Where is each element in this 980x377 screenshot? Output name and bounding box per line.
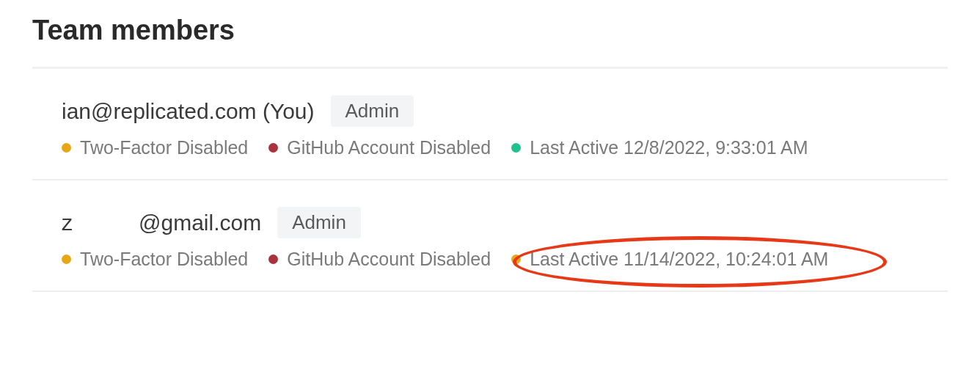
member-status-line: Two-Factor Disabled GitHub Account Disab…: [62, 137, 918, 158]
status-github: GitHub Account Disabled: [268, 249, 491, 270]
status-label: Two-Factor Disabled: [80, 137, 248, 158]
status-label: Last Active 11/14/2022, 10:24:01 AM: [530, 249, 828, 270]
member-header: z@gmail.com Admin: [62, 207, 918, 238]
email-prefix: z: [62, 211, 73, 235]
status-label: Two-Factor Disabled: [80, 249, 248, 270]
status-label: Last Active 12/8/2022, 9:33:01 AM: [530, 137, 808, 158]
page-title: Team members: [32, 15, 948, 46]
status-two-factor: Two-Factor Disabled: [62, 137, 248, 158]
member-status-line: Two-Factor Disabled GitHub Account Disab…: [62, 249, 918, 270]
status-last-active: Last Active 11/14/2022, 10:24:01 AM: [511, 249, 828, 270]
status-last-active: Last Active 12/8/2022, 9:33:01 AM: [511, 137, 808, 158]
status-github: GitHub Account Disabled: [268, 137, 491, 158]
role-badge: Admin: [331, 95, 414, 127]
status-dot-icon: [62, 143, 71, 153]
email-suffix: @gmail.com: [139, 211, 261, 235]
member-email: ian@replicated.com (You): [62, 99, 315, 124]
member-row: z@gmail.com Admin Two-Factor Disabled Gi…: [32, 180, 948, 292]
status-dot-icon: [268, 255, 278, 264]
member-email: z@gmail.com: [62, 211, 261, 235]
member-row: ian@replicated.com (You) Admin Two-Facto…: [32, 69, 948, 180]
status-dot-icon: [268, 143, 278, 153]
status-label: GitHub Account Disabled: [287, 249, 491, 270]
role-badge: Admin: [277, 207, 361, 238]
status-dot-icon: [62, 255, 71, 264]
member-header: ian@replicated.com (You) Admin: [62, 95, 918, 127]
status-two-factor: Two-Factor Disabled: [62, 249, 248, 270]
status-dot-icon: [511, 255, 521, 264]
status-dot-icon: [511, 143, 521, 153]
status-label: GitHub Account Disabled: [287, 137, 491, 158]
